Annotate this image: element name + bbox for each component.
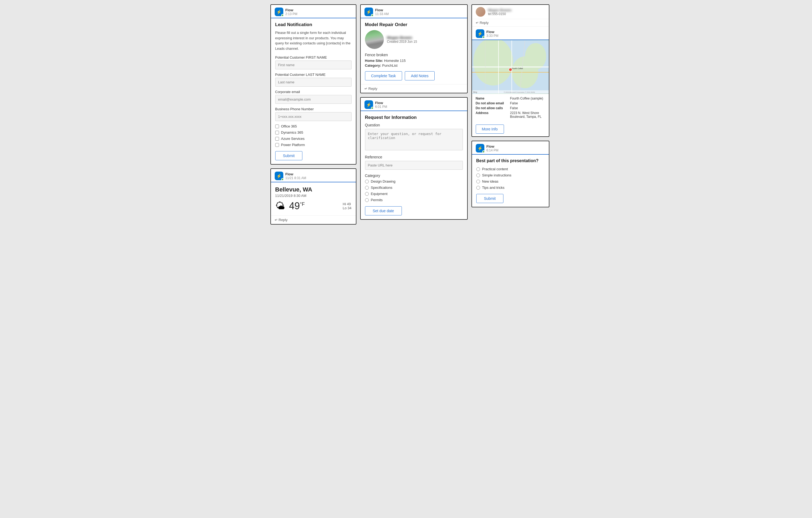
column-3: Megan Bowen tel:555-0150 ↵ Reply ⚡ Flow … [471, 4, 549, 224]
survey-online-dot [482, 151, 485, 153]
rfi-due-date-button[interactable]: Set due date [365, 206, 402, 215]
rfi-online-dot [371, 107, 374, 109]
lead-card-header: ⚡ Flow 2:13 PM [271, 5, 356, 18]
weather-main-row: 🌤 49°F Hi 49 Lo 34 [275, 200, 352, 212]
first-name-input[interactable] [275, 60, 352, 70]
contact-info: Megan Bowen tel:555-0150 [488, 8, 512, 16]
map-online-dot [482, 36, 485, 38]
rfi-sender: Flow [375, 101, 387, 105]
map-info-address: Address 2223 N. West Shore Boulevard, Ta… [476, 111, 545, 118]
weather-hilow: Hi 49 Lo 34 [343, 202, 352, 210]
repair-flow-icon: ⚡ [365, 7, 373, 16]
radio-design-drawing[interactable]: Design Drawing [365, 180, 463, 184]
map-info-email: Do not allow email False [476, 101, 545, 105]
survey-option-simple[interactable]: Simple instructions [476, 173, 545, 177]
repair-reply-footer[interactable]: ↵ Reply [361, 84, 467, 93]
rfi-card: ⚡ Flow 6:01 PM Request for Information Q… [360, 97, 468, 220]
email-input[interactable] [275, 95, 352, 104]
svg-text:Fourth Coffee: Fourth Coffee [512, 67, 523, 70]
survey-option-practical[interactable]: Practical content [476, 167, 545, 171]
weather-card: ⚡ Flow 11/21 8:31 AM Bellevue, WA 11/21/… [270, 168, 356, 224]
contact-avatar [476, 7, 486, 17]
contact-reply-row[interactable]: ↵ Reply [472, 19, 549, 27]
radio-permits[interactable]: Permits [365, 198, 463, 202]
repair-assignee-info: Megan Bowen Created 2019 Jun 15 [387, 35, 417, 44]
checkbox-azure[interactable]: Azure Services [275, 137, 352, 141]
rfi-time: 6:01 PM [375, 105, 387, 109]
weather-reply-footer[interactable]: ↵ Reply [271, 215, 356, 224]
rfi-card-header: ⚡ Flow 6:01 PM [361, 98, 467, 111]
first-name-label: Potential Customer FIRST NAME [275, 55, 352, 59]
rfi-question-input[interactable] [365, 129, 463, 151]
map-header-info: Flow 3:33 PM [487, 30, 499, 38]
repair-card-header: ⚡ Flow 11:33 AM [361, 5, 467, 18]
map-card: Megan Bowen tel:555-0150 ↵ Reply ⚡ Flow … [471, 4, 549, 137]
more-info-button[interactable]: More Info [476, 125, 504, 134]
survey-option-new-ideas[interactable]: New ideas [476, 180, 545, 184]
survey-flow-icon: ⚡ [476, 144, 484, 153]
map-svg: Fourth Coffee Bing © 2019 Microsoft Corp… [472, 40, 549, 94]
lead-card-body: Lead Notification Please fill out a sing… [271, 18, 356, 164]
complete-task-button[interactable]: Complete Task [365, 71, 402, 80]
radio-equipment[interactable]: Equipment [365, 192, 463, 196]
checkbox-office365[interactable]: Office 365 [275, 124, 352, 128]
map-info-name: Name Fourth Coffee (sample) [476, 97, 545, 100]
map-flow-header: ⚡ Flow 3:33 PM [472, 27, 549, 40]
phone-label: Business Phone Number [275, 107, 352, 111]
rfi-title: Request for Information [365, 115, 463, 120]
rfi-header-info: Flow 6:01 PM [375, 101, 387, 109]
lead-description: Please fill out a single form for each i… [275, 30, 352, 51]
add-notes-button[interactable]: Add Notes [405, 71, 435, 80]
radio-specifications[interactable]: Specifications [365, 186, 463, 190]
repair-title: Model Repair Order [365, 22, 463, 27]
repair-sender: Flow [375, 8, 389, 12]
survey-body: Best part of this presentation? Practica… [472, 155, 549, 207]
repair-created-date: Created 2019 Jun 15 [387, 40, 417, 44]
survey-option-tips[interactable]: Tips and tricks [476, 186, 545, 190]
header-info: Flow 2:13 PM [286, 8, 297, 16]
email-label: Corporate email [275, 90, 352, 94]
repair-homesite: Home Site: Homesite 115 [365, 59, 463, 63]
rfi-category-options: Design Drawing Specifications Equipment … [365, 180, 463, 202]
repair-action-buttons: Complete Task Add Notes [365, 71, 463, 80]
rfi-url-input[interactable] [365, 161, 463, 170]
survey-card-header: ⚡ Flow 6:14 PM [472, 141, 549, 155]
column-1: ⚡ Flow 2:13 PM Lead Notification Please … [270, 4, 356, 224]
map-info-calls: Do not allow calls False [476, 106, 545, 110]
weather-time: 11/21 8:31 AM [286, 176, 306, 180]
repair-header-info: Flow 11:33 AM [375, 8, 389, 16]
survey-submit-button[interactable]: Submit [476, 194, 504, 203]
lead-title: Lead Notification [275, 22, 352, 27]
weather-temp: 49°F [289, 200, 305, 212]
lead-submit-button[interactable]: Submit [275, 151, 303, 160]
checkbox-dynamics365[interactable]: Dynamics 365 [275, 131, 352, 134]
rfi-question-label: Question [365, 123, 463, 127]
rfi-reference-label: Reference [365, 155, 463, 159]
repair-online-dot [371, 14, 374, 17]
lead-notification-card: ⚡ Flow 2:13 PM Lead Notification Please … [270, 4, 356, 165]
survey-time: 6:14 PM [487, 148, 499, 152]
svg-text:© 2019 Microsoft Corporation ©: © 2019 Microsoft Corporation © 2019 HERE [504, 91, 535, 93]
product-checkboxes: Office 365 Dynamics 365 Azure Services P… [275, 124, 352, 147]
column-2: ⚡ Flow 11:33 AM Model Repair Order Megan… [360, 4, 468, 224]
repair-issue: Fence broken [365, 53, 463, 57]
survey-card: ⚡ Flow 6:14 PM Best part of this present… [471, 141, 549, 207]
weather-online-dot [281, 178, 284, 181]
weather-date: 11/21/2019 8:30 AM [275, 194, 352, 198]
map-time: 3:33 PM [487, 34, 499, 38]
survey-options: Practical content Simple instructions Ne… [476, 167, 545, 190]
weather-header-info: Flow 11/21 8:31 AM [286, 172, 306, 180]
repair-profile: Megan Bowen Created 2019 Jun 15 [365, 30, 463, 49]
checkbox-powerplatform[interactable]: Power Platform [275, 143, 352, 147]
phone-input[interactable] [275, 112, 352, 121]
survey-title: Best part of this presentation? [476, 158, 545, 163]
weather-sender: Flow [286, 172, 306, 176]
flow-icon: ⚡ [275, 7, 283, 16]
page-layout: ⚡ Flow 2:13 PM Lead Notification Please … [270, 4, 542, 224]
online-dot [281, 14, 284, 17]
svg-text:Bing: Bing [473, 91, 477, 93]
avatar-image [365, 30, 384, 49]
map-details: Name Fourth Coffee (sample) Do not allow… [472, 94, 549, 122]
last-name-input[interactable] [275, 78, 352, 87]
map-image: Fourth Coffee Bing © 2019 Microsoft Corp… [472, 40, 549, 94]
